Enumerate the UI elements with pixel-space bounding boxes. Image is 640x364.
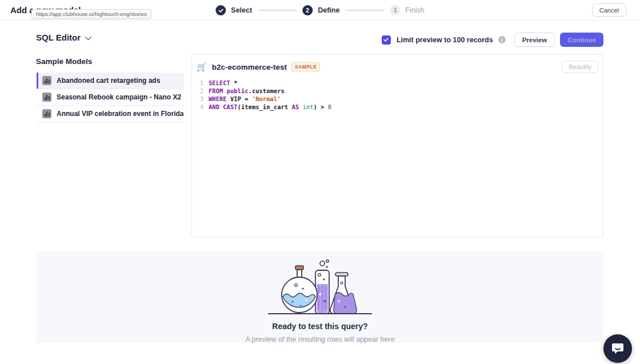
step-select[interactable]: Select — [215, 5, 252, 15]
editor-type-dropdown[interactable]: SQL Editor — [36, 33, 90, 42]
sql-editor-panel: 🛒 b2c-ecommerce-test SAMPLE Beautify 1SE… — [191, 54, 603, 237]
step-finish-label: Finish — [405, 6, 424, 14]
line-number: 2 — [195, 87, 203, 95]
info-icon[interactable]: i — [498, 36, 506, 43]
step-select-check-icon — [215, 5, 226, 15]
intercom-chat-button[interactable] — [603, 334, 632, 363]
step-finish[interactable]: 3 Finish — [390, 5, 424, 15]
continue-button[interactable]: Continue — [560, 33, 603, 47]
toolbar-right-controls: Limit preview to 100 records i Preview C… — [382, 33, 603, 47]
list-item[interactable]: Seasonal Rebook campaign - Nano X2 — [37, 89, 184, 106]
code-line: 3WHERE VIP = 'Normal' — [195, 95, 603, 103]
step-define-number: 2 — [302, 5, 313, 15]
preview-button[interactable]: Preview — [514, 33, 555, 47]
line-number: 4 — [195, 103, 203, 111]
limit-preview-label: Limit preview to 100 records — [397, 36, 493, 44]
model-label: Annual VIP celebration event in Florida — [57, 110, 184, 118]
code-line: 4AND CAST(items_in_cart AS int) > 0 — [195, 103, 603, 111]
preview-subtitle: A preview of the resulting rows will app… — [37, 335, 603, 343]
step-define[interactable]: 2 Define — [302, 5, 339, 15]
step-finish-number: 3 — [390, 5, 400, 15]
wizard-stepper: Select 2 Define 3 Finish — [215, 0, 424, 21]
bar-chart-icon — [42, 93, 51, 102]
step-connector — [345, 10, 384, 11]
beautify-button[interactable]: Beautify — [562, 61, 598, 73]
code-line: 1SELECT * — [195, 79, 603, 87]
flasks-illustration — [37, 259, 603, 321]
model-label: Seasonal Rebook campaign - Nano X2 — [57, 93, 181, 101]
chevron-down-icon — [85, 33, 91, 39]
sample-badge: SAMPLE — [291, 62, 320, 71]
line-number: 1 — [195, 79, 203, 87]
chat-icon — [611, 342, 625, 355]
bar-chart-icon — [42, 109, 51, 118]
link-url-tooltip: https://app.clubhouse.io/hightouch-eng/s… — [31, 9, 151, 19]
preview-title: Ready to test this query? — [37, 322, 603, 331]
cancel-button[interactable]: Cancel — [592, 3, 626, 17]
code-line: 2FROM public.customers — [195, 87, 603, 95]
sample-models-heading: Sample Models — [36, 57, 92, 66]
bar-chart-icon — [42, 76, 51, 85]
model-name: b2c-ecommerce-test — [212, 63, 287, 71]
editor-header: 🛒 b2c-ecommerce-test SAMPLE Beautify — [192, 55, 603, 73]
step-connector — [258, 10, 297, 11]
sample-model-list: Abandoned cart retargeting adsSeasonal R… — [37, 72, 184, 122]
top-header: Add a new model https://app.clubhouse.io… — [0, 0, 640, 21]
line-number: 3 — [195, 95, 203, 103]
preview-empty-state: Ready to test this query? A preview of t… — [37, 251, 603, 343]
list-item[interactable]: Annual VIP celebration event in Florida — [37, 106, 184, 122]
sql-code-editor[interactable]: 1SELECT *2FROM public.customers3WHERE VI… — [192, 73, 603, 111]
model-label: Abandoned cart retargeting ads — [57, 77, 160, 85]
list-item[interactable]: Abandoned cart retargeting ads — [37, 73, 184, 89]
step-define-label: Define — [318, 6, 339, 14]
step-select-label: Select — [231, 6, 252, 14]
limit-preview-checkbox[interactable] — [382, 35, 391, 45]
editor-type-label: SQL Editor — [36, 33, 81, 42]
shopping-cart-icon: 🛒 — [197, 62, 207, 72]
